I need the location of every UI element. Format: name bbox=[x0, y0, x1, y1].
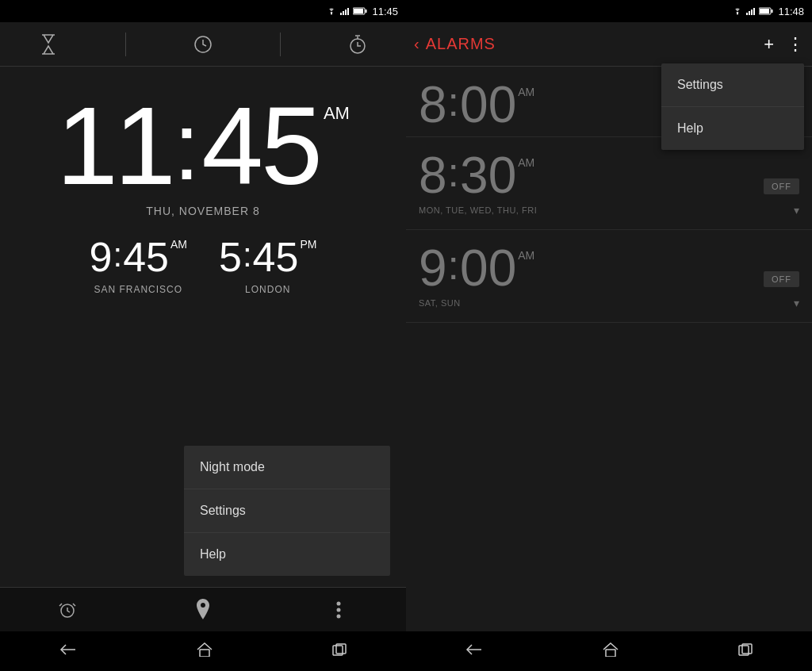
back-button-left[interactable] bbox=[59, 643, 77, 660]
svg-rect-19 bbox=[200, 650, 209, 657]
recent-button-right[interactable] bbox=[738, 643, 753, 660]
alarm-3-expand[interactable]: ▾ bbox=[794, 297, 799, 309]
alarm-3-row: 9 : 00 AM OFF bbox=[419, 243, 799, 293]
sf-city: SAN FRANCISCO bbox=[94, 284, 182, 295]
svg-rect-26 bbox=[753, 8, 755, 15]
home-button-left[interactable] bbox=[197, 642, 213, 661]
alarm-2-minutes: 30 bbox=[460, 150, 516, 201]
svg-rect-3 bbox=[345, 10, 347, 15]
night-mode-item[interactable]: Night mode bbox=[184, 446, 390, 489]
left-bottom-nav bbox=[0, 587, 406, 631]
help-item-left[interactable]: Help bbox=[184, 533, 390, 576]
left-dropdown-menu: Night mode Settings Help bbox=[184, 446, 390, 576]
svg-rect-2 bbox=[343, 11, 344, 15]
main-minutes: 45 bbox=[201, 90, 320, 201]
alarm-1-colon: : bbox=[448, 79, 459, 125]
svg-point-0 bbox=[331, 13, 332, 15]
svg-line-14 bbox=[73, 604, 75, 606]
alarm-tab-icon[interactable] bbox=[48, 590, 87, 630]
svg-point-22 bbox=[737, 13, 738, 15]
sf-colon: : bbox=[113, 236, 122, 274]
london-city: LONDON bbox=[245, 284, 290, 295]
svg-rect-29 bbox=[760, 9, 769, 13]
alarm-2-time[interactable]: 8 : 30 AM bbox=[419, 150, 534, 201]
alarm-3-days: SAT, SUN bbox=[419, 298, 461, 308]
stopwatch-icon[interactable] bbox=[338, 25, 377, 64]
alarm-1-ampm: AM bbox=[518, 86, 534, 98]
settings-item-right[interactable]: Settings bbox=[661, 63, 804, 107]
alarms-title: ALARMS bbox=[426, 35, 764, 53]
alarm-3-days-row: SAT, SUN ▾ bbox=[419, 293, 799, 316]
main-colon: : bbox=[174, 98, 200, 194]
settings-item-left[interactable]: Settings bbox=[184, 489, 390, 533]
sf-minutes: 45 bbox=[123, 233, 169, 281]
world-clock-sf: 9 : 45 AM SAN FRANCISCO bbox=[90, 233, 187, 295]
signal-icon-right bbox=[746, 7, 756, 15]
battery-icon-right bbox=[759, 7, 773, 15]
alarm-list: 8 : 00 AM 8 : 30 AM OFF MON, TUE, WED, T… bbox=[406, 67, 812, 631]
main-ampm: AM bbox=[324, 105, 350, 122]
svg-rect-7 bbox=[354, 9, 363, 13]
alarm-3-minutes: 00 bbox=[460, 243, 516, 293]
svg-rect-24 bbox=[749, 11, 750, 15]
more-options-button[interactable]: ⋮ bbox=[787, 34, 804, 55]
clock-icon[interactable] bbox=[183, 25, 223, 64]
alarms-header: ‹ ALARMS + ⋮ bbox=[406, 22, 812, 67]
alarm-2-expand[interactable]: ▾ bbox=[794, 204, 799, 217]
add-alarm-button[interactable]: + bbox=[764, 34, 774, 55]
main-hours: 11 bbox=[56, 90, 172, 201]
hourglass-icon[interactable] bbox=[29, 25, 68, 64]
recent-button-left[interactable] bbox=[332, 643, 347, 660]
svg-rect-28 bbox=[772, 10, 773, 13]
sf-hours: 9 bbox=[90, 233, 113, 281]
more-icon-left[interactable] bbox=[319, 590, 358, 630]
main-date: THU, NOVEMBER 8 bbox=[146, 205, 259, 217]
london-ampm: PM bbox=[300, 238, 316, 251]
svg-line-13 bbox=[59, 604, 62, 606]
wifi-icon-right bbox=[732, 7, 743, 15]
left-phone: 11:45 11 : 4 bbox=[0, 0, 406, 671]
alarm-1-time[interactable]: 8 : 00 AM bbox=[419, 79, 534, 130]
alarm-3-colon: : bbox=[448, 243, 459, 288]
nav-divider-1 bbox=[125, 33, 126, 56]
back-arrow-icon[interactable]: ‹ bbox=[414, 35, 419, 53]
svg-rect-4 bbox=[347, 8, 349, 15]
alarm-2-days-row: MON, TUE, WED, THU, FRI ▾ bbox=[419, 201, 799, 223]
alarm-2-hours: 8 bbox=[419, 150, 447, 201]
alarm-2-ampm: AM bbox=[518, 156, 534, 169]
alarm-3-ampm: AM bbox=[518, 249, 534, 262]
london-colon: : bbox=[243, 236, 252, 274]
sf-ampm: AM bbox=[170, 238, 187, 251]
svg-rect-23 bbox=[746, 13, 748, 15]
alarm-2-days: MON, TUE, WED, THU, FRI bbox=[419, 205, 537, 215]
main-time-display: 11 : 45 AM bbox=[56, 90, 350, 201]
london-hours: 5 bbox=[219, 233, 242, 281]
alarm-3-time[interactable]: 9 : 00 AM bbox=[419, 243, 534, 293]
help-item-right[interactable]: Help bbox=[661, 107, 804, 150]
alarm-1-hours: 8 bbox=[419, 79, 447, 130]
right-status-bar: 11:48 bbox=[406, 0, 812, 22]
alarm-3-hours: 9 bbox=[419, 243, 447, 293]
battery-icon bbox=[353, 7, 367, 15]
left-status-icons bbox=[326, 7, 367, 15]
sf-time: 9 : 45 AM bbox=[90, 233, 187, 281]
alarm-2-colon: : bbox=[448, 150, 459, 195]
right-status-icons bbox=[732, 7, 773, 15]
alarm-2-toggle[interactable]: OFF bbox=[764, 178, 799, 194]
left-status-time: 11:45 bbox=[372, 6, 398, 17]
alarm-item-3: 9 : 00 AM OFF SAT, SUN ▾ bbox=[406, 230, 812, 323]
left-status-bar: 11:45 bbox=[0, 0, 406, 22]
back-button-right[interactable] bbox=[465, 643, 483, 660]
svg-point-17 bbox=[336, 614, 340, 618]
svg-rect-6 bbox=[366, 10, 367, 13]
svg-rect-31 bbox=[606, 650, 615, 657]
right-phone: 11:48 ‹ ALARMS + ⋮ Settings Help 8 : 00 … bbox=[406, 0, 812, 671]
london-minutes: 45 bbox=[253, 233, 299, 281]
right-dropdown-menu: Settings Help bbox=[661, 63, 804, 150]
svg-point-15 bbox=[336, 601, 340, 605]
home-button-right[interactable] bbox=[603, 642, 619, 661]
alarm-1-minutes: 00 bbox=[460, 79, 516, 130]
alarm-3-toggle[interactable]: OFF bbox=[764, 271, 799, 287]
nav-divider-2 bbox=[280, 33, 281, 56]
location-icon[interactable] bbox=[183, 590, 223, 630]
